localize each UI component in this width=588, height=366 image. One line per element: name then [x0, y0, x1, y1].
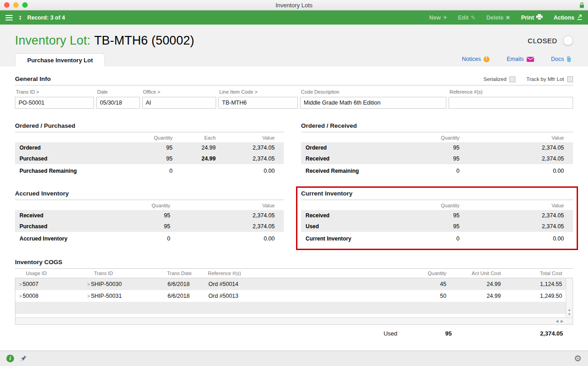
column-headers: Quantity Value [301, 133, 573, 142]
vertical-scrollbar[interactable]: ▲ ▼ [566, 278, 573, 317]
record-navigation-icon[interactable]: ▲▼ [19, 15, 22, 20]
alert-icon: ! [484, 56, 489, 62]
field-line-item-code: Line Item Code > TB-MTH6 [218, 89, 298, 109]
go-to-usage-record-icon[interactable]: > [15, 294, 23, 299]
summary-total-row: Current Inventory 0 0.00 [301, 233, 573, 244]
summary-total-row: Purchased Remaining 0 0.00 [15, 165, 284, 176]
pin-icon[interactable] [20, 355, 27, 362]
close-window-button[interactable] [4, 2, 10, 8]
toolbar: ▲▼ Record: 3 of 4 New + Edit ✎ Delete ✖ … [0, 10, 588, 25]
tab-purchase-inventory-lot[interactable]: Purchase Inventory Lot [15, 53, 105, 66]
summary-row: Purchased 95 24.99 2,374.05 [15, 153, 284, 164]
go-to-trans-record-icon[interactable]: > [84, 282, 91, 287]
scroll-down-icon[interactable]: ▼ [568, 313, 571, 316]
info-icon[interactable]: i [6, 355, 14, 362]
page-title-prefix: Inventory Lot: [15, 34, 90, 47]
print-button[interactable]: Print [521, 14, 543, 21]
page-title: Inventory Lot:TB-MTH6 (50002) [15, 34, 194, 48]
docs-link[interactable]: Docs [551, 56, 571, 62]
reference-input[interactable] [449, 97, 573, 109]
serialized-checkbox[interactable] [509, 76, 515, 82]
app-window: Inventory Lots ▲▼ Record: 3 of 4 New + E… [0, 0, 588, 366]
scroll-right-icon[interactable]: ▶ [561, 320, 563, 323]
section-inventory-cogs: Inventory COGS Usage ID Trans ID Trans D… [15, 259, 573, 340]
status-bar: i ⚙ [0, 351, 588, 366]
summary-row: Used 95 2,374.05 [301, 221, 573, 232]
field-trans-id: Trans ID > PO-50001 [15, 89, 94, 109]
window-controls [4, 2, 28, 8]
go-to-trans-record-icon[interactable]: > [84, 294, 91, 299]
general-info-fields: Trans ID > PO-50001 Date 05/30/18 Office… [15, 89, 573, 109]
track-by-mfr-lot-option: Track by Mfr Lot [526, 75, 573, 83]
toolbar-actions: New + Edit ✎ Delete ✖ Print Actions [429, 14, 583, 21]
cogs-heading: Inventory COGS [15, 259, 573, 269]
section-heading: Current Inventory [301, 190, 573, 200]
cogs-column-headers: Usage ID Trans ID Trans Date Reference #… [15, 269, 573, 278]
trans-id-input[interactable]: PO-50001 [15, 97, 94, 109]
delete-button[interactable]: Delete ✖ [486, 15, 510, 21]
cogs-table: >50007 >SHIP-50030 6/6/2018 Ord #50014 4… [15, 278, 573, 325]
date-input[interactable]: 05/30/18 [96, 97, 140, 109]
emails-link[interactable]: Emails [507, 56, 534, 62]
highlight-border: Current Inventory Quantity Value Receive… [296, 186, 578, 250]
section-current-inventory: Current Inventory Quantity Value Receive… [301, 190, 573, 244]
column-headers: Quantity Value [15, 201, 284, 210]
menu-icon[interactable] [5, 14, 13, 22]
code-description-input[interactable]: Middle Grade Math 6th Edition [300, 97, 446, 109]
column-headers: Quantity Value [301, 201, 573, 210]
envelope-icon [527, 57, 534, 62]
general-info-heading: General Info Serialized Track by Mfr Lot [15, 75, 573, 85]
zoom-window-button[interactable] [22, 2, 28, 8]
window-title: Inventory Lots [0, 2, 588, 9]
pencil-icon: ✎ [471, 15, 475, 20]
actions-button[interactable]: Actions [553, 14, 583, 21]
column-headers: Quantity Each Value [15, 133, 284, 142]
cogs-row: >50007 >SHIP-50030 6/6/2018 Ord #50014 4… [15, 278, 566, 290]
printer-icon [536, 14, 543, 21]
page-header: Inventory Lot:TB-MTH6 (50002) CLOSED Pur… [0, 25, 588, 66]
track-by-mfr-lot-checkbox[interactable] [567, 76, 573, 82]
summary-grid: Ordered / Purchased Quantity Each Value … [15, 122, 573, 244]
status-toggle[interactable] [563, 35, 573, 45]
scroll-left-icon[interactable]: ◀ [556, 320, 558, 323]
arrow-up-right-icon [577, 14, 583, 21]
totals-label: Used [361, 330, 397, 337]
summary-row: Purchased 95 2,374.05 [15, 221, 284, 232]
status-badge: CLOSED [528, 37, 557, 45]
gear-icon[interactable]: ⚙ [574, 354, 582, 363]
section-ordered-received: Ordered / Received Quantity Value Ordere… [301, 122, 573, 176]
record-counter: Record: 3 of 4 [27, 15, 65, 21]
new-button[interactable]: New + [429, 15, 447, 21]
edit-button[interactable]: Edit ✎ [458, 15, 475, 21]
office-input[interactable]: AI [142, 97, 216, 109]
cogs-totals-row: Used 95 2,374.05 [15, 327, 573, 340]
horizontal-scrollbar[interactable]: ◀ ▶ [15, 317, 573, 324]
go-to-usage-record-icon[interactable]: > [15, 282, 23, 287]
x-icon: ✖ [506, 15, 510, 20]
section-heading: Accrued Inventory [15, 190, 284, 200]
line-item-code-input[interactable]: TB-MTH6 [218, 97, 298, 109]
status-control: CLOSED [528, 35, 573, 45]
page-title-value: TB-MTH6 (50002) [94, 34, 194, 47]
notices-link[interactable]: Notices ! [462, 56, 489, 62]
field-reference: Reference #(s) [449, 89, 573, 109]
section-general-info: General Info Serialized Track by Mfr Lot… [15, 75, 573, 109]
cogs-empty-row [15, 302, 566, 314]
summary-total-row: Received Remaining 0 0.00 [301, 165, 573, 176]
lock-icon [579, 2, 584, 8]
totals-total-cost: 2,374.05 [497, 330, 563, 337]
field-code-description: Code Description Middle Grade Math 6th E… [300, 89, 446, 109]
section-ordered-purchased: Ordered / Purchased Quantity Each Value … [15, 122, 284, 176]
section-heading: Ordered / Received [301, 122, 573, 132]
scroll-up-icon[interactable]: ▲ [568, 308, 571, 311]
plus-icon: + [443, 14, 447, 20]
serialized-option: Serialized [484, 75, 516, 83]
summary-total-row: Accrued Inventory 0 0.00 [15, 233, 284, 244]
minimize-window-button[interactable] [13, 2, 19, 8]
cogs-row: >50008 >SHIP-50031 6/6/2018 Ord #50013 5… [15, 290, 566, 302]
tab-bar: Purchase Inventory Lot Notices ! Emails … [15, 53, 573, 66]
field-office: Office > AI [142, 89, 216, 109]
summary-row: Received 95 2,374.05 [301, 153, 573, 164]
section-accrued-inventory: Accrued Inventory Quantity Value Receive… [15, 190, 284, 244]
record-detail: General Info Serialized Track by Mfr Lot… [0, 66, 588, 351]
